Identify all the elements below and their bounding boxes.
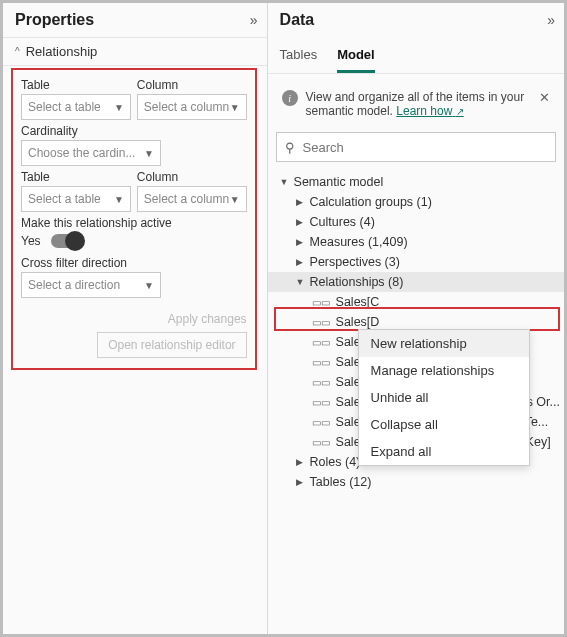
data-panel: Data » Tables Model i View and organize …: [268, 3, 564, 634]
tree-relationships[interactable]: ▼Relationships (8): [268, 272, 564, 292]
search-input[interactable]: ⚲: [276, 132, 556, 162]
open-relationship-editor-button[interactable]: Open relationship editor: [97, 332, 246, 358]
properties-title: Properties: [15, 11, 94, 29]
column1-label: Column: [137, 78, 247, 92]
relationship-icon: ▭▭: [312, 357, 330, 368]
tab-tables[interactable]: Tables: [280, 41, 318, 73]
tree-root[interactable]: ▼Semantic model: [268, 172, 564, 192]
chevron-down-icon: ▼: [144, 148, 154, 159]
search-icon: ⚲: [285, 140, 295, 155]
caret-up-icon: ^: [15, 46, 20, 57]
context-menu: New relationship Manage relationships Un…: [358, 329, 530, 466]
info-banner: i View and organize all of the items in …: [278, 84, 554, 124]
column2-label: Column: [137, 170, 247, 184]
chevron-down-icon: ▼: [230, 102, 240, 113]
relationship-icon: ▭▭: [312, 337, 330, 348]
relationship-icon: ▭▭: [312, 377, 330, 388]
model-tree: ▼Semantic model ▶Calculation groups (1) …: [268, 170, 564, 494]
menu-collapse-all[interactable]: Collapse all: [359, 411, 529, 438]
relationship-icon: ▭▭: [312, 297, 330, 308]
relationship-section-label: Relationship: [26, 44, 98, 59]
search-field[interactable]: [301, 139, 547, 156]
table2-label: Table: [21, 170, 131, 184]
external-link-icon: ↗: [456, 106, 464, 117]
column2-select[interactable]: Select a column ▼: [137, 186, 247, 212]
apply-changes-button[interactable]: Apply changes: [168, 312, 247, 326]
table2-select[interactable]: Select a table ▼: [21, 186, 131, 212]
table1-label: Table: [21, 78, 131, 92]
table1-select[interactable]: Select a table ▼: [21, 94, 131, 120]
active-toggle[interactable]: [51, 234, 83, 248]
close-icon[interactable]: ✕: [539, 90, 550, 105]
crossfilter-select[interactable]: Select a direction ▼: [21, 272, 161, 298]
active-value: Yes: [21, 234, 41, 248]
relationship-icon: ▭▭: [312, 317, 330, 328]
menu-new-relationship[interactable]: New relationship: [359, 330, 529, 357]
relationship-icon: ▭▭: [312, 417, 330, 428]
menu-manage-relationships[interactable]: Manage relationships: [359, 357, 529, 384]
chevron-down-icon: ▼: [114, 102, 124, 113]
learn-how-link[interactable]: Learn how ↗: [396, 104, 463, 118]
cardinality-select[interactable]: Choose the cardin... ▼: [21, 140, 161, 166]
properties-panel: Properties » ^ Relationship Table Select…: [3, 3, 268, 634]
active-label: Make this relationship active: [21, 216, 247, 230]
data-title: Data: [280, 11, 315, 29]
tree-perspectives[interactable]: ▶Perspectives (3): [268, 252, 564, 272]
relationship-form: Table Select a table ▼ Column Select a c…: [11, 68, 257, 370]
collapse-data-icon[interactable]: »: [547, 12, 552, 28]
relationship-section-header[interactable]: ^ Relationship: [3, 37, 267, 66]
tree-tables[interactable]: ▶Tables (12): [268, 472, 564, 492]
chevron-down-icon: ▼: [144, 280, 154, 291]
collapse-properties-icon[interactable]: »: [250, 12, 255, 28]
chevron-down-icon: ▼: [114, 194, 124, 205]
chevron-down-icon: ▼: [230, 194, 240, 205]
tree-cultures[interactable]: ▶Cultures (4): [268, 212, 564, 232]
column1-select[interactable]: Select a column ▼: [137, 94, 247, 120]
relationship-icon: ▭▭: [312, 397, 330, 408]
tab-model[interactable]: Model: [337, 41, 375, 73]
info-icon: i: [282, 90, 298, 106]
cardinality-label: Cardinality: [21, 124, 247, 138]
menu-expand-all[interactable]: Expand all: [359, 438, 529, 465]
tree-measures[interactable]: ▶Measures (1,409): [268, 232, 564, 252]
relationship-icon: ▭▭: [312, 437, 330, 448]
menu-unhide-all[interactable]: Unhide all: [359, 384, 529, 411]
tree-calc-groups[interactable]: ▶Calculation groups (1): [268, 192, 564, 212]
crossfilter-label: Cross filter direction: [21, 256, 247, 270]
tree-rel-item[interactable]: ▭▭Sales[C: [268, 292, 564, 312]
